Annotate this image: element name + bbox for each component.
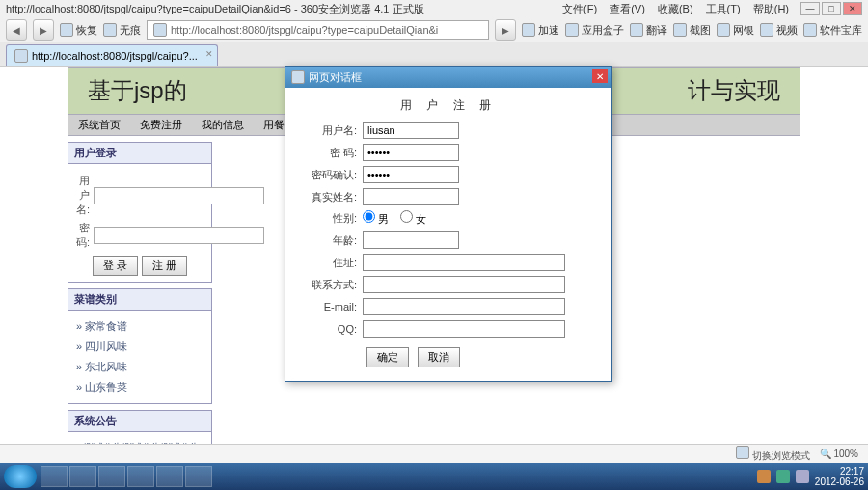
tab-icon [14,49,28,63]
taskbar: 22:17 2012-06-26 [0,463,868,490]
field-address-input[interactable] [363,254,565,271]
menu-tools[interactable]: 工具(T) [706,3,741,14]
status-mode[interactable]: 切换浏览模式 [736,446,810,463]
incognito-button[interactable]: 无痕 [103,23,141,38]
quick-software[interactable]: 软件宝库 [803,23,862,38]
field-gender-label: 性别: [299,211,357,226]
taskbar-explorer-icon[interactable] [69,466,96,487]
field-email-input[interactable] [363,298,565,315]
tab-close-icon[interactable]: ✕ [205,49,213,59]
minimize-button[interactable]: — [800,2,820,15]
go-button[interactable]: ▶ [495,19,516,41]
box-icon [803,23,817,37]
address-bar[interactable]: http://localhost:8080/jtspgl/caipu?type=… [147,20,489,40]
field-username-input[interactable] [363,122,459,139]
mode-icon [736,446,749,459]
dialog-ok-button[interactable]: 确定 [366,347,409,368]
quick-video[interactable]: 视频 [760,23,798,38]
close-button[interactable]: ✕ [843,2,862,15]
dialog-heading: 用 户 注 册 [299,97,598,114]
field-qq-label: QQ: [299,323,357,335]
nav-home[interactable]: 系统首页 [68,118,130,132]
taskbar-ie-icon[interactable] [41,466,68,487]
menu-favorites[interactable]: 收藏(B) [658,3,693,14]
menu-view[interactable]: 查看(V) [610,3,645,14]
login-panel-title: 用户登录 [68,143,211,164]
field-realname-label: 真实姓名: [299,190,357,204]
field-address-label: 住址: [299,256,357,270]
quick-capture[interactable]: 截图 [673,23,711,38]
taskbar-360-icon[interactable] [98,466,125,487]
field-email-label: E-mail: [299,301,357,313]
dialog-title: 网页对话框 [309,70,362,85]
field-qq-input[interactable] [363,320,565,338]
field-username-label: 用户名: [299,123,357,138]
bolt-icon [522,23,535,37]
register-dialog: 网页对话框 ✕ 用 户 注 册 用户名: 密 码: 密码确认: 真实姓名: 性别… [285,66,612,382]
login-pwd-label: 密 码: [76,221,90,250]
category-item[interactable]: » 家常食谱 [76,316,203,337]
taskbar-folder-icon[interactable] [156,466,183,487]
browser-tab[interactable]: http://localhost:8080/jtspgl/caipu?... ✕ [6,44,218,66]
category-item[interactable]: » 山东鲁菜 [76,377,203,397]
field-password-label: 密 码: [299,146,357,160]
field-confirm-input[interactable] [363,166,459,183]
back-button[interactable]: ◀ [6,19,27,41]
category-title: 菜谱类别 [68,289,211,311]
video-icon [760,23,773,37]
tray-icon[interactable] [776,470,790,483]
field-age-input[interactable] [363,231,459,249]
translate-icon [630,23,643,37]
gender-female-label: 女 [416,213,426,225]
tab-label: http://localhost:8080/jtspgl/caipu?... [32,50,198,62]
forward-button[interactable]: ▶ [33,19,54,41]
status-zoom[interactable]: 🔍 100% [820,449,858,459]
dialog-close-button[interactable]: ✕ [592,69,608,83]
refresh-icon [60,23,73,37]
dialog-cancel-button[interactable]: 取消 [418,347,460,368]
quick-appbox[interactable]: 应用盒子 [565,23,624,38]
apps-icon [565,23,579,37]
taskbar-eclipse-icon[interactable] [185,466,212,487]
quick-accel[interactable]: 加速 [522,23,559,38]
category-panel: 菜谱类别 » 家常食谱 » 四川风味 » 东北风味 » 山东鲁菜 [68,288,212,404]
field-contact-label: 联系方式: [299,278,357,292]
menu-file[interactable]: 文件(F) [562,3,597,14]
window-title: http://localhost:8080/jtspgl/caipu?type=… [6,2,424,16]
field-confirm-label: 密码确认: [299,168,357,182]
gender-male-label: 男 [378,213,389,225]
tray-icon[interactable] [757,470,771,483]
field-contact-input[interactable] [363,276,565,293]
dialog-icon [291,70,305,84]
capture-icon [673,23,687,37]
gender-male-radio[interactable] [363,210,375,223]
login-button[interactable]: 登 录 [93,256,138,276]
login-panel: 用户登录 用户名: 密 码: 登 录 注 册 [68,142,212,283]
bulletin-title: 系统公告 [68,411,211,432]
menu-help[interactable]: 帮助(H) [753,3,789,14]
bank-icon [717,23,730,37]
category-item[interactable]: » 东北风味 [76,357,203,377]
gender-female-radio[interactable] [400,210,413,223]
tray-clock[interactable]: 22:17 2012-06-26 [815,466,864,487]
login-user-label: 用户名: [76,174,90,217]
nav-myinfo[interactable]: 我的信息 [192,118,254,132]
menubar[interactable]: 文件(F) 查看(V) 收藏(B) 工具(T) 帮助(H) [553,2,789,16]
nav-register[interactable]: 免费注册 [130,118,192,132]
field-password-input[interactable] [363,144,459,161]
quick-bank[interactable]: 网银 [717,23,754,38]
taskbar-app-icon[interactable] [127,466,154,487]
start-button[interactable] [4,465,37,488]
register-button[interactable]: 注 册 [142,256,187,276]
incognito-icon [103,23,117,37]
quick-translate[interactable]: 翻译 [630,23,667,38]
field-realname-input[interactable] [363,188,459,205]
field-age-label: 年龄: [299,233,357,248]
restore-button[interactable]: 恢复 [60,23,97,38]
maximize-button[interactable]: □ [822,2,841,15]
category-item[interactable]: » 四川风味 [76,337,203,357]
site-icon [153,23,167,37]
tray-icon[interactable] [796,470,809,483]
